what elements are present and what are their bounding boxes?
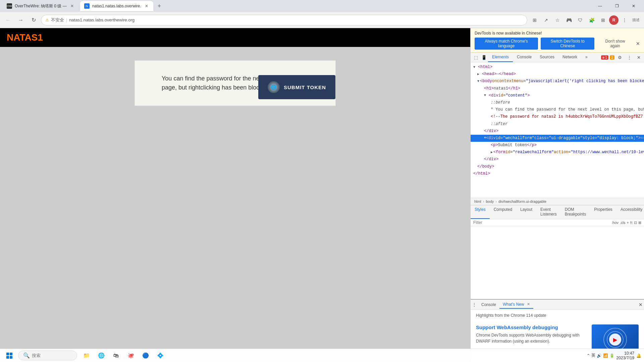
volume-icon[interactable]: 🔊 (597, 353, 602, 358)
dom-line-comment[interactable]: <!--The password for natas2 is h4ubbcXrW… (471, 113, 644, 120)
taskbar-github-app[interactable]: 🐙 (124, 349, 138, 362)
maximize-button[interactable]: ❐ (609, 1, 625, 11)
extension-icon[interactable]: 🧩 (586, 15, 597, 25)
dom-line-html[interactable]: ▼ <html> (471, 64, 644, 71)
breadcrumb-html[interactable]: html (473, 199, 482, 204)
dom-line-body-close[interactable]: </body> (471, 163, 644, 170)
match-language-button[interactable]: Always match Chrome's language (475, 38, 538, 50)
whats-new-close[interactable]: ✕ (527, 302, 530, 306)
wifi-icon[interactable]: 📶 (603, 353, 608, 358)
filter-plus[interactable]: + (627, 221, 629, 225)
tab-properties[interactable]: Properties (590, 205, 616, 219)
styles-panel: Styles Computed Layout Event Listeners D… (471, 205, 644, 299)
devtools-close-button[interactable]: ✕ (635, 53, 643, 61)
devtools-settings-button[interactable]: ⚙ (616, 53, 624, 61)
close-button[interactable]: ✕ (626, 1, 641, 11)
menu-icon[interactable]: ⋮ (619, 15, 630, 25)
filter-toggle[interactable]: ⊡ (634, 221, 637, 225)
tab-elements[interactable]: Elements (488, 53, 513, 62)
chevron-up-icon[interactable]: ⌃ (587, 353, 590, 358)
dom-line-after[interactable]: ::after (471, 121, 644, 128)
taskbar-search-input[interactable] (32, 353, 72, 358)
filter-cls[interactable]: .cls (620, 221, 626, 225)
dom-line-div-close[interactable]: </div> (471, 156, 644, 163)
breadcrumb-wechallform[interactable]: div#wechallform.ui-draggable (497, 199, 547, 204)
tab-2[interactable]: N natas1.natas.labs.overwire. ✕ (80, 1, 153, 11)
notification-text: DevTools is now available in Chinese! (475, 31, 640, 36)
tab-console-bottom[interactable]: Console (478, 301, 499, 308)
expand-arrow-head[interactable]: ▶ (477, 72, 481, 77)
grid-icon[interactable]: ⊞ (598, 15, 608, 25)
expand-arrow-form[interactable]: ▶ (491, 150, 493, 155)
notification-icon[interactable]: 🔔 (636, 353, 641, 358)
breadcrumb-body[interactable]: body (485, 199, 495, 204)
tab-styles[interactable]: Styles (471, 205, 490, 219)
clock-date: 2023/7/19 (616, 356, 634, 360)
dom-line-form[interactable]: ▶ <form id = "realwechallform" action = … (471, 149, 644, 156)
tab-accessibility[interactable]: Accessibility (616, 205, 644, 219)
tab-whats-new[interactable]: What's New ✕ (499, 301, 533, 309)
close-notification-button[interactable]: ✕ (636, 41, 640, 46)
profile-button[interactable]: R (609, 15, 619, 25)
forward-button[interactable]: → (15, 15, 26, 25)
submit-token-button[interactable]: 🌐 SUBMIT TOKEN (258, 75, 335, 99)
elements-select-icon[interactable]: ⬚ (472, 53, 480, 61)
share-icon[interactable]: ↗ (541, 15, 551, 25)
filter-expand[interactable]: ⊞ (638, 221, 641, 225)
dom-line-div-content[interactable]: ▼ <div id = "content" > (471, 92, 644, 99)
styles-filter-input[interactable] (473, 220, 610, 225)
bottom-menu-icon[interactable]: ⋮ (472, 302, 477, 307)
tab-more[interactable]: » (581, 53, 592, 62)
shield-icon[interactable]: 🛡 (575, 15, 586, 25)
tab-network[interactable]: Network (558, 53, 581, 62)
dom-line-p-submit[interactable]: <p> Submit token </p> (471, 142, 644, 149)
dom-line-div-content-close[interactable]: </div> (471, 128, 644, 135)
filter-copy[interactable]: ⎘ (630, 221, 633, 225)
dom-line-h1[interactable]: <h1> natas1 </h1> (471, 85, 644, 92)
dom-line-html-close[interactable]: </html> (471, 170, 644, 177)
styles-filter-bar: :hov .cls + ⎘ ⊡ ⊞ (471, 219, 644, 226)
tab-dom-breakpoints[interactable]: DOM Breakpoints (561, 205, 590, 219)
expand-arrow-body[interactable]: ▼ (477, 79, 479, 84)
minimize-button[interactable]: — (592, 1, 608, 11)
taskbar-vscode-app[interactable]: 💠 (154, 349, 167, 362)
dismiss-notification-button[interactable]: Don't show again (597, 38, 633, 50)
tab-2-close[interactable]: ✕ (144, 3, 149, 9)
devtools-toolbar-right: ⊗1 2 ⚙ ⋮ ✕ (601, 53, 643, 61)
dom-line-head[interactable]: ▶ <head> ↔ </head> (471, 71, 644, 78)
devtools-more-button[interactable]: ⋮ (625, 53, 633, 61)
dom-line-wechallform[interactable]: ▼ <div id = "wechallform" class = "ui-dr… (471, 135, 644, 142)
taskbar-search[interactable]: 🔍 (18, 351, 77, 360)
expand-arrow-content[interactable]: ▼ (484, 93, 488, 98)
bottom-panel-close[interactable]: ✕ (639, 302, 643, 307)
dom-line-body[interactable]: ▼ <body oncontextmenu = "javascript:aler… (471, 78, 644, 85)
back-button[interactable]: ← (3, 15, 13, 25)
clock-time: 10:47 (616, 351, 634, 356)
taskbar-chrome-app[interactable]: 🔵 (139, 349, 152, 362)
bookmark-icon[interactable]: ☆ (552, 15, 563, 25)
start-button[interactable] (3, 350, 16, 362)
taskbar-store-app[interactable]: 🛍 (109, 349, 123, 362)
expand-arrow[interactable]: ▼ (473, 65, 477, 70)
taskbar-edge-app[interactable]: 🌐 (95, 349, 108, 362)
tab-1[interactable]: OW OverTheWire: 纳塔斯 0 级 — ✕ (3, 1, 79, 11)
tab-1-close[interactable]: ✕ (69, 3, 75, 9)
tab-console[interactable]: Console (513, 53, 536, 62)
tab-layout[interactable]: Layout (516, 205, 536, 219)
tab-computed[interactable]: Computed (490, 205, 516, 219)
taskbar-files-app[interactable]: 📁 (80, 349, 93, 362)
filter-hov[interactable]: :hov (611, 221, 619, 225)
translate-icon[interactable]: ⊞ (529, 15, 540, 25)
tab-sources[interactable]: Sources (536, 53, 558, 62)
dom-line-text[interactable]: " You can find the password for the next… (471, 106, 644, 113)
taskbar-clock[interactable]: 10:47 2023/7/19 (616, 351, 634, 360)
device-toggle-icon[interactable]: 📱 (480, 53, 488, 61)
dom-line-before[interactable]: ::before (471, 99, 644, 106)
new-tab-button[interactable]: + (155, 1, 164, 11)
refresh-button[interactable]: ↻ (28, 15, 39, 25)
epic-icon[interactable]: 🎮 (564, 15, 574, 25)
switch-language-button[interactable]: Switch DevTools to Chinese (541, 38, 594, 50)
address-bar[interactable]: ⚠ 不安全 | natas1.natas.labs.overthewire.or… (41, 15, 527, 25)
tab-event-listeners[interactable]: Event Listeners (536, 205, 561, 219)
battery-icon[interactable]: 🔋 (609, 353, 614, 358)
